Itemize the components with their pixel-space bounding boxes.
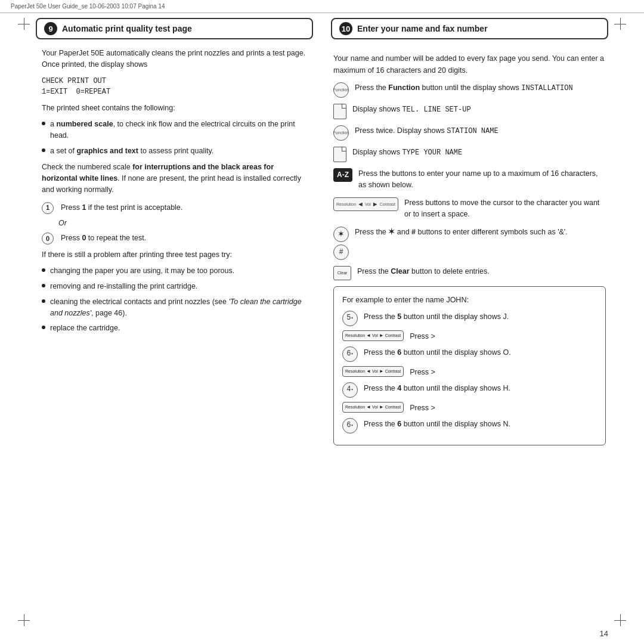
doc-icon-2	[333, 147, 346, 162]
right-row-8: Clear Press the Clear button to delete e…	[333, 266, 606, 280]
btn-6b: 6✦	[342, 418, 358, 434]
right-arr-1: ►	[379, 332, 384, 340]
right-row-4-text: Display shows TYPE YOUR NAME	[352, 147, 606, 159]
resolution-label: Resolution	[336, 201, 356, 208]
right-row-2: Display shows TEL. LINE SET-UP	[333, 104, 606, 119]
nav-btn-3: Resolution ◄ Vol ► Contrast	[342, 402, 404, 413]
key-0: 0	[42, 233, 54, 244]
function-button-2: Function	[333, 125, 349, 141]
left-section-content: Your PaperJet 50E automatically cleans t…	[36, 48, 313, 339]
right-row-2-text: Display shows TEL. LINE SET-UP	[352, 104, 606, 116]
example-text-4: Press the 4 button until the display sho…	[364, 382, 597, 394]
example-row-nav3: Resolution ◄ Vol ► Contrast Press >	[342, 402, 597, 414]
right-row-7-text: Press the ✶ and # buttons to enter diffe…	[355, 227, 606, 238]
right-row-6: Resolution ◄ Vol ► Contrast Press button…	[333, 197, 606, 221]
right-row-1: Function Press the Function button until…	[333, 82, 606, 98]
bullet-2: a set of graphics and text to assess pri…	[42, 145, 307, 157]
bullet-1: a numbered scale, to check ink flow and …	[42, 119, 307, 141]
doc-button-2	[333, 147, 346, 162]
example-box: For example to enter the name JOHN: 5✦ P…	[333, 286, 606, 445]
example-row-6b: 6✦ Press the 6 button until the display …	[342, 418, 597, 434]
right-row-3-text: Press twice. Display shows STATION NAME	[355, 125, 606, 137]
problem-d-text: replace the cartridge.	[50, 323, 120, 334]
problem-bullet-list: changing the paper you are using, it may…	[42, 265, 307, 334]
clear-button: Clear	[333, 266, 351, 280]
right-row-5-text: Press the buttons to enter your name up …	[358, 168, 606, 191]
btn-4: 4✦	[342, 382, 358, 398]
example-row-6a: 6✦ Press the 6 button until the display …	[342, 346, 597, 362]
function-button-1: Function	[333, 82, 349, 98]
problem-bullet-a: changing the paper you are using, it may…	[42, 265, 307, 277]
example-text-5: Press the 5 button until the display sho…	[364, 311, 597, 323]
header-text: PaperJet 50e User Guide_se 10-06-2003 10…	[11, 3, 165, 10]
left-section-header: 9 Automatic print quality test page	[36, 18, 313, 39]
bullet-dot-1	[42, 122, 45, 125]
problem-c-text: cleaning the electrical contacts and pri…	[50, 296, 307, 319]
right-row-8-text: Press the Clear button to delete entries…	[357, 266, 606, 277]
contrast-lbl-1: Contrast	[385, 332, 401, 339]
bullet-dot-2	[42, 148, 45, 152]
crosshair-br	[614, 614, 626, 626]
crosshair-tr	[614, 18, 626, 30]
left-section-number: 9	[44, 22, 57, 35]
contrast-label: Contrast	[380, 201, 395, 208]
press-0-text: Press 0 to repeat the test.	[61, 233, 146, 244]
right-row-6-text: Press buttons to move the cursor to the …	[404, 197, 606, 221]
vol-lbl-1: Vol	[372, 332, 378, 339]
vol-lbl-3: Vol	[372, 404, 378, 410]
printed-sheet-text: The printed sheet contains the following…	[42, 103, 307, 114]
problem-bullet-c: cleaning the electrical contacts and pri…	[42, 296, 307, 319]
left-arrow: ◄	[357, 199, 364, 210]
vol-label: Vol	[365, 201, 371, 208]
example-text-nav1: Press >	[410, 330, 597, 342]
right-row-7b: #	[333, 244, 606, 260]
example-text-6a: Press the 6 button until the display sho…	[364, 346, 597, 358]
bullet-dot-c	[42, 299, 45, 303]
example-nav-icon-3: Resolution ◄ Vol ► Contrast	[342, 402, 404, 413]
page-wrapper: PaperJet 50e User Guide_se 10-06-2003 10…	[0, 0, 644, 644]
star-button: ✶	[333, 227, 349, 242]
problem-bullet-d: replace the cartridge.	[42, 323, 307, 334]
res-label-1: Resolution	[345, 332, 365, 339]
if-problem-text: If there is still a problem after printi…	[42, 249, 307, 261]
hash-button: #	[333, 244, 349, 260]
right-arr-3: ►	[379, 404, 384, 411]
contrast-lbl-3: Contrast	[385, 404, 401, 410]
right-section-number: 10	[339, 22, 352, 35]
example-intro: For example to enter the name JOHN:	[342, 294, 597, 306]
check-text: Check the numbered scale for interruptio…	[42, 162, 307, 196]
res-label-3: Resolution	[345, 404, 365, 410]
left-arr-3: ◄	[366, 404, 371, 411]
bullet-dot-a	[42, 268, 45, 272]
az-badge: A-Z	[333, 168, 352, 182]
press-1-row: 1 Press 1 if the test print is acceptabl…	[42, 202, 307, 214]
example-nav-icon-2: Resolution ◄ Vol ► Contrast	[342, 366, 404, 377]
nav-btn-icon: Resolution ◄ Vol ► Contrast	[333, 197, 398, 212]
content-area: 9 Automatic print quality test page Your…	[36, 18, 608, 620]
doc-button-1	[333, 104, 346, 119]
example-nav-icon-1: Resolution ◄ Vol ► Contrast	[342, 330, 404, 342]
right-row-4: Display shows TYPE YOUR NAME	[333, 147, 606, 162]
problem-b-text: removing and re-installing the print car…	[50, 281, 197, 292]
bullet-list: a numbered scale, to check ink flow and …	[42, 119, 307, 156]
az-badge-icon: A-Z	[333, 168, 352, 182]
two-col: 9 Automatic print quality test page Your…	[36, 18, 608, 620]
left-intro: Your PaperJet 50E automatically cleans t…	[42, 48, 307, 71]
header-bar: PaperJet 50e User Guide_se 10-06-2003 10…	[0, 0, 644, 13]
right-row-3: Function Press twice. Display shows STAT…	[333, 125, 606, 141]
bullet-2-text: a set of graphics and text to assess pri…	[50, 145, 213, 157]
key-1: 1	[42, 202, 54, 214]
res-label-2: Resolution	[345, 368, 365, 374]
nav-btn-1: Resolution ◄ Vol ► Contrast	[342, 330, 404, 342]
left-section-title: Automatic print quality test page	[62, 24, 192, 33]
right-section-content: Your name and number will be added to ev…	[331, 52, 608, 445]
example-text-nav3: Press >	[410, 402, 597, 414]
btn-6a: 6✦	[342, 346, 358, 362]
crosshair-bl	[18, 614, 30, 626]
right-column: 10 Enter your name and fax number Your n…	[331, 18, 608, 620]
function-btn-icon-1: Function	[333, 82, 349, 98]
page-number: 14	[600, 629, 608, 638]
or-text: Or	[58, 218, 307, 229]
vol-lbl-2: Vol	[372, 368, 378, 374]
nav-button-group: Resolution ◄ Vol ► Contrast	[333, 197, 398, 212]
